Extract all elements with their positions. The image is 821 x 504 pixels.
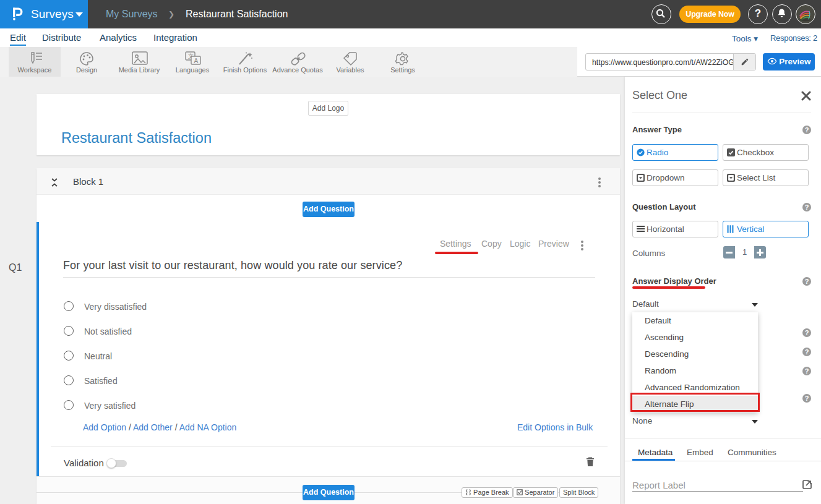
svg-text:A: A xyxy=(194,58,199,64)
